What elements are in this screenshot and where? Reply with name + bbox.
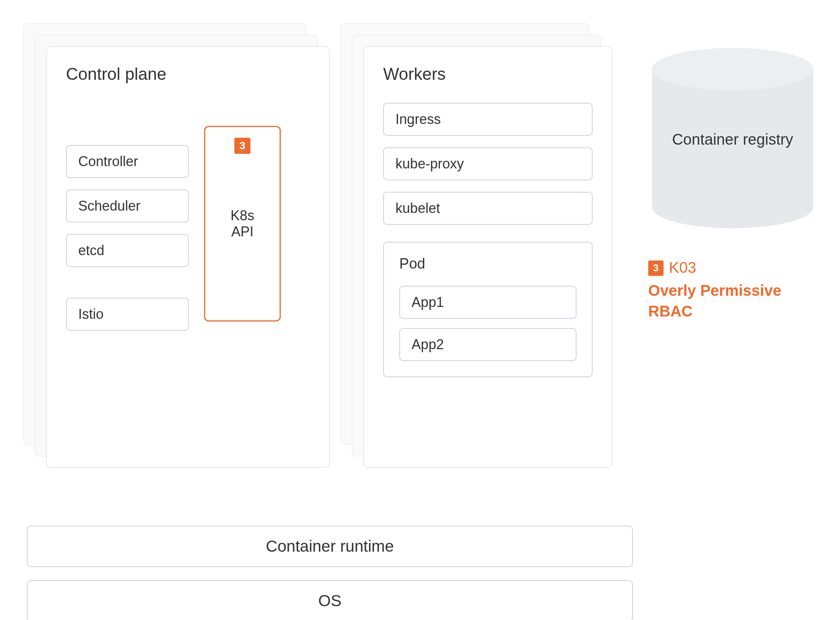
container-runtime-bar: Container runtime xyxy=(27,526,633,567)
ingress-box: Ingress xyxy=(383,103,593,136)
callout-tag: 3 xyxy=(648,261,664,276)
kube-proxy-box: kube-proxy xyxy=(383,147,593,180)
svg-point-3 xyxy=(652,48,813,90)
control-plane-stack: Control plane Controller Scheduler etcd … xyxy=(23,23,317,472)
right-column: Container registry 3K03 Overly Permissiv… xyxy=(648,46,817,322)
k8s-api-box: 3 K8s API xyxy=(204,126,281,322)
callout-desc: Overly Permissive RBAC xyxy=(648,280,817,322)
istio-box: Istio xyxy=(66,298,189,331)
control-plane-panel: Control plane Controller Scheduler etcd … xyxy=(46,46,330,468)
scheduler-box: Scheduler xyxy=(66,190,189,223)
os-bar: OS xyxy=(27,580,633,620)
control-plane-title: Control plane xyxy=(66,64,310,84)
k8s-api-label: K8s API xyxy=(231,208,254,240)
app1-box: App1 xyxy=(399,286,576,319)
container-registry-label: Container registry xyxy=(648,131,817,148)
svg-point-2 xyxy=(652,186,813,228)
callout-code: K03 xyxy=(669,259,696,276)
bottom-bars: Container runtime OS xyxy=(27,526,633,620)
control-plane-body: Controller Scheduler etcd Istio 3 K8s AP… xyxy=(66,103,310,331)
pod-title: Pod xyxy=(399,256,576,272)
pod-box: Pod App1 App2 xyxy=(383,242,593,377)
diagram-canvas: Control plane Controller Scheduler etcd … xyxy=(0,0,840,620)
workers-stack: Workers Ingress kube-proxy kubelet Pod A… xyxy=(340,23,602,472)
workers-body: Ingress kube-proxy kubelet Pod App1 App2 xyxy=(383,103,593,377)
callout: 3K03 Overly Permissive RBAC xyxy=(648,257,817,322)
k8s-api-tag: 3 xyxy=(234,138,250,154)
kubelet-box: kubelet xyxy=(383,192,593,225)
top-row: Control plane Controller Scheduler etcd … xyxy=(23,23,817,472)
controller-box: Controller xyxy=(66,145,189,178)
container-registry: Container registry xyxy=(648,46,817,230)
workers-title: Workers xyxy=(383,64,593,84)
app2-box: App2 xyxy=(399,328,576,361)
etcd-box: etcd xyxy=(66,234,189,267)
control-plane-left-column: Controller Scheduler etcd Istio xyxy=(66,103,189,331)
workers-panel: Workers Ingress kube-proxy kubelet Pod A… xyxy=(363,46,613,468)
